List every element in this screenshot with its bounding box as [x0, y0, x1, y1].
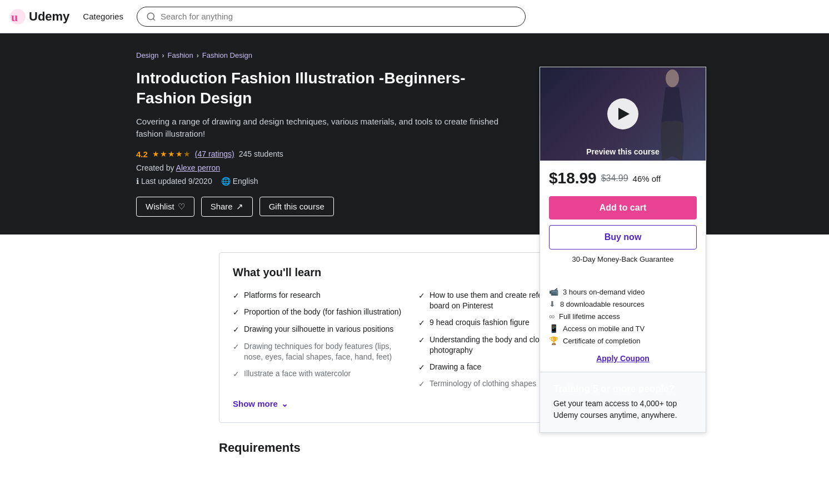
includes-certificate-text: Certificate of completion	[563, 337, 640, 345]
learn-text-10: Terminology of clothing shapes	[430, 378, 536, 390]
training-box: Training 5 or more people? Get your team…	[540, 372, 706, 432]
star-4: ★	[176, 149, 183, 158]
includes-list: 📹 3 hours on-demand video ⬇ 8 downloadab…	[549, 287, 697, 345]
creator-row: Created by Alexe perron	[136, 163, 517, 172]
rating-count[interactable]: (47 ratings)	[195, 149, 234, 158]
svg-text:u: u	[11, 10, 18, 24]
learn-col-1: ✓ Platforms for research ✓ Proportion of…	[233, 290, 409, 390]
actions-row: Wishlist ♡ Share ↗ Gift this course	[136, 197, 517, 217]
price-row: $18.99 $34.99 46% off	[549, 169, 697, 187]
learn-item-2: ✓ Proportion of the body (for fashion il…	[233, 307, 409, 318]
learn-text-4: Drawing techniques for body features (li…	[244, 341, 409, 363]
heart-icon: ♡	[178, 202, 185, 212]
rating-number: 4.2	[136, 149, 148, 159]
check-icon-8: ✓	[418, 335, 425, 346]
star-2: ★	[160, 149, 167, 158]
infinity-icon: ∞	[549, 312, 555, 321]
header: u Udemy Categories	[0, 0, 829, 33]
show-more-button[interactable]: Show more ⌄	[233, 399, 288, 409]
play-icon	[618, 108, 630, 120]
wishlist-button[interactable]: Wishlist ♡	[136, 197, 194, 217]
check-icon-2: ✓	[233, 307, 239, 318]
money-back-guarantee: 30-Day Money-Back Guarantee	[549, 255, 697, 263]
course-title: Introduction Fashion Illustration -Begin…	[136, 68, 514, 109]
certificate-icon: 🏆	[549, 336, 558, 345]
learn-text-3: Drawing your silhouette in various posit…	[244, 324, 393, 335]
learn-item-4: ✓ Drawing techniques for body features (…	[233, 341, 409, 363]
learn-text-1: Platforms for research	[244, 290, 321, 301]
video-icon: 📹	[549, 287, 558, 296]
check-icon-5: ✓	[233, 369, 239, 380]
course-subtitle: Covering a range of drawing and design t…	[136, 116, 514, 141]
price-discount: 46% off	[633, 174, 661, 183]
search-bar	[137, 7, 526, 27]
includes-lifetime-text: Full lifetime access	[559, 312, 620, 321]
breadcrumb-sep-2: ›	[197, 52, 199, 59]
svg-point-3	[666, 69, 679, 87]
includes-item-download: ⬇ 8 downloadable resources	[549, 300, 697, 308]
requirements-title: Requirements	[219, 441, 609, 455]
search-icon	[146, 12, 156, 22]
check-icon-9: ✓	[418, 362, 425, 373]
star-rating: ★ ★ ★ ★ ★	[152, 149, 191, 158]
includes-title: This course includes:	[549, 272, 697, 282]
share-icon: ↗	[236, 202, 243, 212]
rating-row: 4.2 ★ ★ ★ ★ ★ (47 ratings) 245 students	[136, 149, 517, 159]
star-5: ★	[183, 149, 191, 158]
check-icon-6: ✓	[418, 291, 425, 302]
globe-icon: 🌐	[221, 177, 231, 186]
training-title: Training 5 or more people?	[553, 383, 692, 395]
sidebar-card: Preview this course $18.99 $34.99 46% of…	[540, 67, 706, 433]
includes-item-certificate: 🏆 Certificate of completion	[549, 336, 697, 345]
learn-text-2: Proportion of the body (for fashion illu…	[244, 307, 401, 318]
meta-row: ℹ Last updated 9/2020 🌐 English	[136, 177, 517, 186]
breadcrumb-sep-1: ›	[162, 52, 164, 59]
check-icon-7: ✓	[418, 318, 425, 329]
share-label: Share	[211, 202, 233, 211]
price-current: $18.99	[549, 169, 597, 187]
price-original: $34.99	[601, 173, 628, 183]
share-button[interactable]: Share ↗	[201, 197, 253, 217]
mobile-icon: 📱	[549, 324, 558, 333]
star-1: ★	[152, 149, 159, 158]
add-to-cart-button[interactable]: Add to cart	[549, 196, 697, 219]
learn-text-9: Drawing a face	[430, 362, 481, 373]
learn-item-5: ✓ Illustrate a face with watercolor	[233, 368, 409, 380]
includes-download-text: 8 downloadable resources	[560, 300, 645, 308]
check-icon-1: ✓	[233, 291, 239, 302]
creator-link[interactable]: Alexe perron	[176, 163, 220, 172]
includes-mobile-text: Access on mobile and TV	[563, 325, 645, 333]
course-preview[interactable]: Preview this course	[540, 67, 706, 161]
gift-button[interactable]: Gift this course	[259, 197, 334, 216]
fashion-illustration	[656, 67, 689, 161]
breadcrumb-fashion-design[interactable]: Fashion Design	[202, 51, 252, 59]
students-count: 245 students	[239, 149, 283, 158]
created-by-label: Created by	[136, 163, 174, 172]
buy-now-button[interactable]: Buy now	[549, 225, 697, 249]
breadcrumb-design[interactable]: Design	[136, 51, 158, 59]
chevron-down-icon: ⌄	[281, 399, 288, 409]
check-icon-10: ✓	[418, 379, 425, 390]
udemy-logo-icon: u	[9, 8, 27, 26]
breadcrumb-fashion[interactable]: Fashion	[167, 51, 193, 59]
preview-label: Preview this course	[540, 147, 706, 156]
apply-coupon-link[interactable]: Apply Coupon	[549, 354, 697, 363]
check-icon-4: ✓	[233, 342, 239, 353]
logo[interactable]: u Udemy	[9, 8, 69, 26]
includes-video-text: 3 hours on-demand video	[563, 288, 645, 296]
search-input[interactable]	[161, 12, 516, 21]
last-updated-item: ℹ Last updated 9/2020	[136, 177, 212, 186]
categories-button[interactable]: Categories	[78, 9, 128, 23]
play-button[interactable]	[607, 98, 638, 129]
sidebar-body: $18.99 $34.99 46% off Add to cart Buy no…	[540, 161, 706, 432]
gift-label: Gift this course	[269, 202, 324, 211]
training-text: Get your team access to 4,000+ top Udemy…	[553, 398, 692, 421]
learn-text-5: Illustrate a face with watercolor	[244, 368, 351, 380]
logo-text: Udemy	[29, 9, 69, 24]
includes-item-lifetime: ∞ Full lifetime access	[549, 312, 697, 321]
hero-section: Design › Fashion › Fashion Design Introd…	[0, 33, 829, 234]
language-item: 🌐 English	[221, 177, 258, 186]
last-updated-text: Last updated 9/2020	[141, 177, 212, 186]
download-icon: ⬇	[549, 300, 556, 308]
svg-line-2	[153, 18, 154, 20]
